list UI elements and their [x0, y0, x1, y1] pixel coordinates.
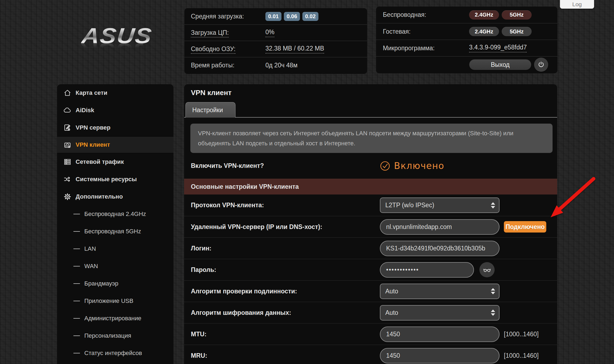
dash-icon [73, 335, 80, 336]
enable-vpn-label: Включить VPN-клиент? [191, 162, 380, 170]
mtu-range-hint: [1000..1460] [504, 331, 539, 338]
auth-algorithm-label: Алгоритм проверки подлинности: [191, 288, 380, 295]
wireless-status-panel: Беспроводная: 2.4GHz 5GHz Гостевая: 2.4G… [376, 7, 557, 73]
sidebar-item-vpn-server[interactable]: VPN сервер [57, 119, 173, 136]
guest-label: Гостевая: [383, 28, 469, 35]
guest-24ghz-pill[interactable]: 2.4GHz [469, 27, 499, 36]
load-average-row: Средняя загрузка: 0.01 0.06 0.02 [184, 8, 367, 24]
mru-row: MRU: [1000..1460] [184, 345, 557, 364]
sidebar-item-wan[interactable]: WAN [57, 258, 173, 275]
protocol-row: Протокол VPN-клиента: L2TP (w/o IPSec) [184, 194, 557, 216]
protocol-label: Протокол VPN-клиента: [191, 202, 380, 209]
home-icon [63, 89, 72, 97]
cpu-value-link[interactable]: 0% [265, 29, 274, 37]
basic-settings-header: Основные настройки VPN-клиента [184, 179, 557, 194]
server-row: Удаленный VPN-сервер (IP или DNS-хост): … [184, 216, 557, 237]
sidebar-item-wireless-5[interactable]: Беспроводная 5GHz [57, 223, 173, 240]
dash-icon [73, 214, 80, 214]
wireless-24ghz-pill[interactable]: 2.4GHz [469, 10, 499, 20]
login-input[interactable] [380, 241, 500, 256]
mru-label: MRU: [191, 352, 380, 359]
dash-icon [73, 318, 80, 319]
encryption-algorithm-label: Алгоритм шифрования данных: [191, 309, 380, 316]
vpn-description: VPN-клиент позволяет через сеть Интернет… [190, 124, 553, 153]
select-arrows-icon [491, 202, 495, 208]
sidebar-item-administration[interactable]: Администрирование [57, 310, 173, 327]
encryption-selected-value: Auto [385, 309, 398, 316]
show-password-button[interactable] [479, 262, 495, 277]
mtu-row: MTU: [1000..1460] [184, 323, 557, 345]
enable-vpn-status[interactable]: Включено [380, 161, 444, 171]
dash-icon [73, 353, 80, 353]
sidebar-item-wireless-24[interactable]: Беспроводная 2.4GHz [57, 205, 173, 223]
uptime-value: 0д 20ч 48м [265, 62, 297, 69]
uptime-label: Время работы: [191, 62, 265, 69]
dash-icon [73, 301, 80, 301]
encryption-algorithm-select[interactable]: Auto [380, 305, 500, 321]
asus-logo: ASUS [80, 23, 143, 48]
sidebar-item-advanced[interactable]: Дополнительно [57, 188, 173, 205]
select-arrows-icon [491, 288, 495, 294]
dash-icon [73, 266, 80, 266]
ram-value-link[interactable]: 32.38 MB / 60.22 MB [265, 45, 324, 54]
load-average-label: Средняя загрузка: [191, 13, 265, 20]
load-badge-1m: 0.01 [265, 12, 281, 21]
dash-icon [73, 249, 80, 249]
mru-input[interactable] [380, 348, 500, 363]
auth-algorithm-select[interactable]: Auto [380, 284, 500, 299]
cpu-row: Загрузка ЦП: 0% [184, 24, 367, 41]
load-average-badges: 0.01 0.06 0.02 [265, 12, 318, 21]
guest-5ghz-pill[interactable]: 5GHz [502, 27, 532, 36]
tab-divider [184, 117, 557, 118]
encryption-algorithm-row: Алгоритм шифрования данных: Auto [184, 302, 557, 323]
select-arrows-icon [491, 310, 495, 316]
firmware-label: Микропрограмма: [383, 45, 469, 52]
protocol-select[interactable]: L2TP (w/o IPSec) [380, 197, 500, 213]
password-row: Пароль: [184, 259, 557, 280]
sidebar-item-firewall[interactable]: Брандмауэр [57, 275, 173, 292]
connected-button[interactable]: Подключено [504, 221, 546, 233]
vpn-server-icon [63, 124, 72, 132]
page-title: VPN клиент [191, 89, 231, 97]
login-row: Логин: [184, 237, 557, 259]
sidebar-item-lan[interactable]: LAN [57, 240, 173, 258]
dash-icon [73, 231, 80, 232]
vpn-settings-form: Протокол VPN-клиента: L2TP (w/o IPSec) У… [184, 194, 557, 364]
password-input[interactable] [380, 262, 474, 278]
sidebar-item-interface-status[interactable]: Статус интерфейсов [57, 344, 173, 362]
guest-row: Гостевая: 2.4GHz 5GHz [376, 23, 557, 40]
enabled-text: Включено [394, 161, 444, 171]
vpn-client-icon [63, 141, 72, 149]
system-status-panel: Средняя загрузка: 0.01 0.06 0.02 Загрузк… [184, 8, 367, 74]
cloud-icon [63, 106, 72, 114]
wireless-label: Беспроводная: [383, 11, 469, 18]
wireless-5ghz-pill[interactable]: 5GHz [502, 10, 532, 20]
power-icon [537, 61, 545, 68]
ram-row: Свободно ОЗУ: 32.38 MB / 60.22 MB [184, 41, 367, 57]
firmware-version-link[interactable]: 3.4.3.9-099_e58fdd7 [469, 44, 527, 52]
logout-button[interactable]: Выход [469, 59, 531, 70]
sidebar-item-network-traffic[interactable]: Сетевой трафик [57, 153, 173, 171]
server-label: Удаленный VPN-сервер (IP или DNS-хост): [191, 223, 380, 231]
log-button[interactable]: Log [560, 0, 594, 9]
load-badge-5m: 0.06 [284, 12, 300, 21]
mtu-label: MTU: [191, 331, 380, 338]
sidebar-item-system-resources[interactable]: Системные ресурсы [57, 171, 173, 188]
tab-settings[interactable]: Настройки [185, 102, 235, 118]
sidebar-item-aidisk[interactable]: AiDisk [57, 102, 173, 119]
sidebar-item-usb-app[interactable]: Приложение USB [57, 292, 173, 310]
logout-row: Выход [376, 56, 557, 73]
dash-icon [73, 283, 80, 284]
enable-vpn-row: Включить VPN-клиент? Включено [184, 153, 557, 179]
mru-range-hint: [1000..1460] [504, 352, 539, 359]
traffic-list-icon [63, 158, 72, 166]
reboot-button[interactable] [534, 58, 548, 72]
sidebar-item-vpn-client[interactable]: VPN клиент [57, 136, 173, 153]
auth-selected-value: Auto [385, 288, 398, 295]
mtu-input[interactable] [380, 327, 500, 342]
server-input[interactable] [380, 219, 500, 235]
vpn-client-page: VPN клиент Настройки VPN-клиент позволяе… [184, 84, 557, 364]
sidebar-item-network-map[interactable]: Карта сети [57, 84, 173, 102]
sidebar-item-personalization[interactable]: Персонализация [57, 327, 173, 344]
uptime-row: Время работы: 0д 20ч 48м [184, 57, 367, 73]
